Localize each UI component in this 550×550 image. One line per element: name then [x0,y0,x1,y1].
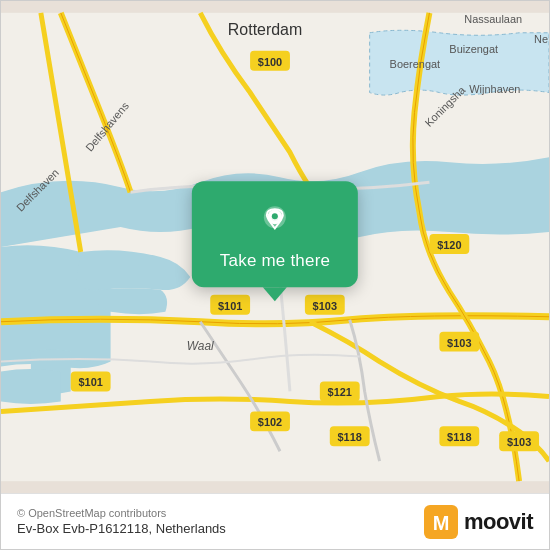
svg-text:$121: $121 [328,386,352,398]
svg-text:$103: $103 [507,436,531,448]
bottom-bar: © OpenStreetMap contributors Ev-Box Evb-… [1,493,549,549]
svg-text:$120: $120 [437,239,461,251]
svg-text:$102: $102 [258,416,282,428]
svg-text:$118: $118 [338,431,362,443]
svg-text:$100: $100 [258,56,282,68]
svg-text:$101: $101 [218,300,242,312]
popup-label: Take me there [220,251,330,271]
svg-text:Buizengat: Buizengat [449,43,498,55]
map-area: Rotterdam $100 $101 $101 $102 $103 $103 … [1,1,549,493]
svg-text:$118: $118 [447,431,471,443]
take-me-there-popup[interactable]: Take me there [192,181,358,287]
location-info: © OpenStreetMap contributors Ev-Box Evb-… [17,507,226,536]
svg-text:M: M [433,512,450,534]
svg-text:$103: $103 [447,337,471,349]
moovit-icon: M [424,505,458,539]
svg-text:Ne...: Ne... [534,33,549,45]
location-name: Ev-Box Evb-P1612118, Netherlands [17,521,226,536]
moovit-logo: M moovit [424,505,533,539]
svg-text:Nassaulaan: Nassaulaan [464,13,522,25]
moovit-text: moovit [464,509,533,535]
copyright-text: © OpenStreetMap contributors [17,507,226,519]
svg-text:Waal: Waal [187,339,214,353]
svg-text:$103: $103 [313,300,337,312]
svg-text:Boerengat: Boerengat [390,58,441,70]
svg-text:Rotterdam: Rotterdam [228,21,302,38]
location-pin-icon [255,201,295,241]
svg-text:$101: $101 [78,376,102,388]
svg-text:Wijnhaven: Wijnhaven [469,83,520,95]
app-container: Rotterdam $100 $101 $101 $102 $103 $103 … [0,0,550,550]
svg-point-37 [272,213,278,219]
